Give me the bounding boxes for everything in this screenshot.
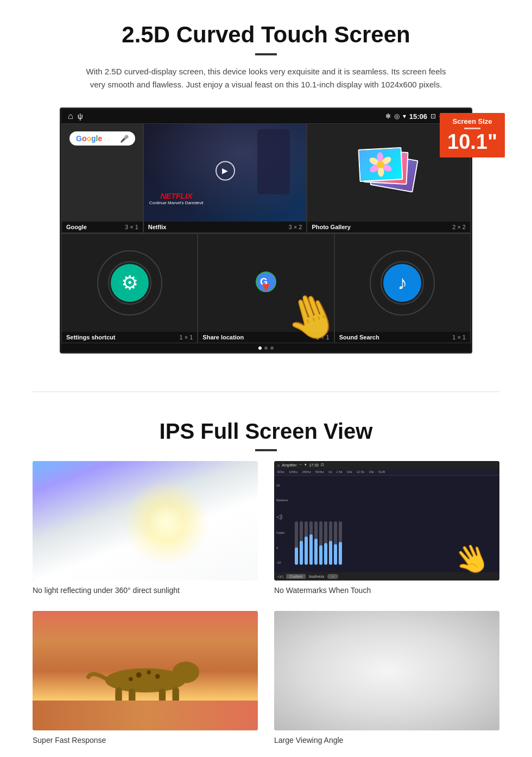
- flower-svg: [366, 150, 395, 179]
- feature-watermark: ⌂ Amplifier ⋯ ▾ 17:33 ⊡ 60hz100hz200hz50…: [274, 461, 499, 595]
- dot-2: [264, 346, 268, 350]
- watermark-label: No Watermarks When Touch: [274, 586, 499, 595]
- top-app-row: Google 🎤 Google 3 × 1: [61, 123, 471, 234]
- feature-img-car: [274, 611, 499, 730]
- amp-loudness-label: loudness: [309, 575, 324, 578]
- google-search-bar[interactable]: Google 🎤: [69, 131, 135, 146]
- amp-header: ⌂ Amplifier ⋯ ▾ 17:33 ⊡: [274, 461, 499, 469]
- netflix-label-bar: Netflix 3 × 2: [144, 222, 307, 232]
- app-cell-settings[interactable]: ⚙ Settings shortcut 1 × 1: [61, 234, 198, 343]
- gallery-app-name: Photo Gallery: [312, 224, 351, 230]
- screen-size-number: 10.1": [447, 131, 497, 152]
- netflix-cell-inner: ▶ NETFLIX Continue Marvel's Daredevil: [144, 124, 307, 222]
- section-divider-line: [33, 392, 499, 392]
- bottom-app-row: ⚙ Settings shortcut 1 × 1: [61, 234, 471, 343]
- feature-img-watermark: ⌂ Amplifier ⋯ ▾ 17:33 ⊡ 60hz100hz200hz50…: [274, 461, 499, 581]
- curved-title: 2.5D Curved Touch Screen: [33, 22, 499, 48]
- badge-divider: [464, 128, 480, 129]
- gallery-img-3: [358, 147, 403, 182]
- ips-title: IPS Full Screen View: [33, 419, 499, 444]
- feature-car: Large Viewing Angle: [274, 611, 499, 745]
- device-screen: ⌂ ψ ✻ ◎ ▾ 15:06 ⊡ ◁) ⊠ ▭: [60, 108, 472, 354]
- amp-slider-4: [309, 521, 313, 565]
- svg-point-20: [155, 674, 160, 679]
- netflix-badge: NETFLIX Continue Marvel's Daredevil: [149, 192, 204, 205]
- sound-app-name: Sound Search: [339, 334, 379, 340]
- section-curved: 2.5D Curved Touch Screen With 2.5D curve…: [0, 0, 532, 370]
- section-ips: IPS Full Screen View No light reflecting…: [0, 414, 532, 757]
- maps-icon-container: G: [252, 267, 280, 299]
- cheetah-label: Super Fast Response: [33, 736, 258, 745]
- cheetah-silhouette: [55, 647, 236, 701]
- wifi-icon: ▾: [403, 112, 406, 120]
- netflix-play-button[interactable]: ▶: [216, 161, 235, 180]
- sunlight-label: No light reflecting under 360° direct su…: [33, 586, 258, 595]
- app-cell-google[interactable]: Google 🎤 Google 3 × 1: [61, 123, 143, 233]
- gallery-app-size: 2 × 2: [452, 224, 466, 230]
- usb-icon: ψ: [78, 112, 83, 121]
- app-cell-share[interactable]: G 🤚 Share location 1 × 1: [198, 234, 334, 343]
- bluetooth-icon: ✻: [385, 112, 391, 120]
- amp-slider-6: [319, 521, 322, 565]
- device-wrapper: Screen Size 10.1" ⌂ ψ ✻ ◎ ▾ 15:06 ⊡: [60, 108, 472, 354]
- share-app-name: Share location: [202, 334, 244, 340]
- app-cell-sound[interactable]: ♪ Sound Search 1 × 1: [334, 234, 471, 343]
- maps-icon-svg: G: [252, 267, 280, 299]
- curved-description: With 2.5D curved-display screen, this de…: [81, 65, 451, 91]
- location-icon: ◎: [394, 112, 400, 120]
- feature-sunlight: No light reflecting under 360° direct su…: [33, 461, 258, 595]
- svg-rect-16: [159, 689, 165, 701]
- amp-slider-8: [329, 521, 332, 565]
- amp-labels: 10 Balance ◁) Fader 0 -10: [276, 478, 293, 570]
- netflix-figure-bg: [257, 129, 290, 194]
- feature-img-cheetah: [33, 611, 258, 730]
- gallery-label-bar: Photo Gallery 2 × 2: [307, 222, 470, 232]
- settings-bg-circles: [62, 234, 197, 332]
- amp-freq-bar: 60hz100hz200hz500hz1k2.5k10k12.5k15kSUB: [274, 469, 499, 476]
- amp-title: Amplifier: [282, 463, 296, 467]
- google-label-bar: Google 3 × 1: [62, 222, 143, 232]
- amp-slider-7: [324, 521, 327, 565]
- netflix-brand: NETFLIX: [149, 192, 204, 200]
- settings-app-size: 1 × 1: [180, 334, 193, 340]
- amp-wifi-icon: ▾: [305, 463, 307, 467]
- amp-slider-3: [305, 521, 308, 565]
- screen-size-badge: Screen Size 10.1": [440, 113, 505, 157]
- sound-app-size: 1 × 1: [452, 334, 466, 340]
- dot-1: [258, 346, 262, 350]
- amp-cam: ⊡: [321, 463, 324, 467]
- amp-toggle: ○: [327, 574, 338, 579]
- status-time: 15:06: [409, 112, 427, 121]
- google-app-size: 3 × 1: [125, 224, 138, 230]
- settings-cell-inner: ⚙: [62, 234, 197, 332]
- google-logo: Google: [76, 134, 102, 143]
- amplifier-bg: ⌂ Amplifier ⋯ ▾ 17:33 ⊡ 60hz100hz200hz50…: [274, 461, 499, 581]
- app-cell-netflix[interactable]: ▶ NETFLIX Continue Marvel's Daredevil Ne…: [143, 123, 307, 233]
- feature-grid: No light reflecting under 360° direct su…: [33, 461, 499, 745]
- amp-inner: ⌂ Amplifier ⋯ ▾ 17:33 ⊡ 60hz100hz200hz50…: [274, 461, 499, 581]
- amp-slider-2: [300, 521, 303, 565]
- gallery-stack: [356, 146, 421, 200]
- amp-custom-btn: Custom: [286, 574, 306, 579]
- home-icon: ⌂: [68, 111, 73, 121]
- dot-3: [270, 346, 274, 350]
- car-label: Large Viewing Angle: [274, 736, 499, 745]
- amp-menu-icon: ⋯: [299, 463, 302, 467]
- title-divider: [255, 53, 277, 55]
- netflix-app-size: 3 × 2: [289, 224, 302, 230]
- amp-slider-5: [314, 521, 318, 565]
- sun-burst: [123, 479, 210, 566]
- status-bar: ⌂ ψ ✻ ◎ ▾ 15:06 ⊡ ◁) ⊠ ▭: [61, 109, 471, 123]
- sound-cell-inner: ♪: [335, 234, 470, 332]
- svg-rect-17: [172, 687, 179, 701]
- mic-icon: 🎤: [120, 135, 129, 143]
- ips-divider: [255, 449, 277, 451]
- screen-size-label: Screen Size: [453, 117, 492, 125]
- amp-body: 10 Balance ◁) Fader 0 -10: [274, 476, 499, 572]
- sound-bg-circles: [335, 234, 470, 332]
- cheetah-bg: [33, 611, 258, 730]
- svg-point-18: [136, 672, 141, 678]
- sound-label-bar: Sound Search 1 × 1: [335, 332, 470, 343]
- feature-cheetah: Super Fast Response: [33, 611, 258, 745]
- netflix-subtitle: Continue Marvel's Daredevil: [149, 200, 204, 205]
